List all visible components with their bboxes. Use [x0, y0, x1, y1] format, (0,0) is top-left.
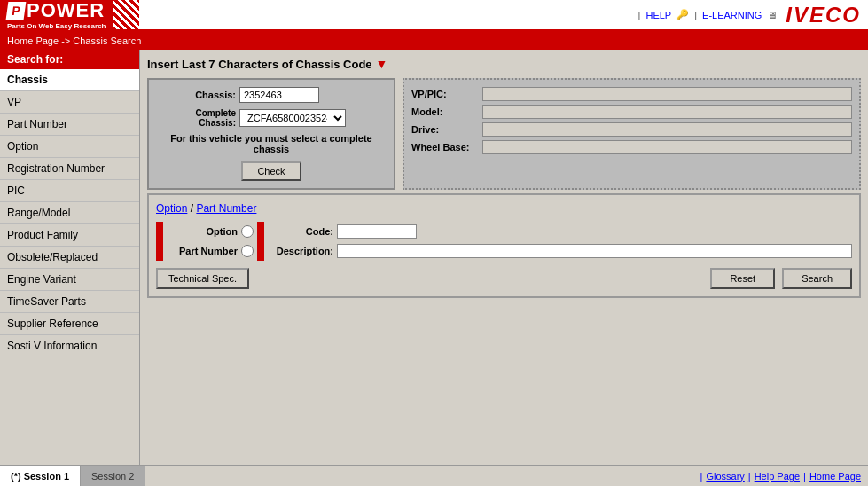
sidebar-item-vp[interactable]: VP [0, 91, 139, 114]
chassis-input[interactable] [239, 87, 319, 103]
help-link[interactable]: HELP [645, 10, 671, 20]
code-input[interactable] [337, 224, 417, 239]
sidebar-title: Search for: [0, 50, 139, 69]
part-number-radio[interactable] [241, 245, 254, 257]
sidebar-item-sosti[interactable]: Sosti V Information [0, 335, 139, 357]
pipe-left: | [700, 471, 703, 482]
buttons-row: Technical Spec. Reset Search [156, 268, 852, 289]
reset-button[interactable]: Reset [710, 268, 775, 289]
check-button-row: Check [156, 158, 387, 181]
home-page-link[interactable]: Home Page [809, 471, 861, 482]
right-buttons: Reset Search [710, 268, 852, 289]
code-row: Code: [271, 224, 852, 239]
logo-tagline: Parts On Web Easy Research [7, 22, 106, 30]
chassis-label: Chassis: [156, 90, 236, 100]
status-links: | Glossary | Help Page | Home Page [700, 471, 868, 482]
model-value [482, 105, 852, 119]
logo-area: P POWER Parts On Web Easy Research [0, 0, 139, 29]
header: P POWER Parts On Web Easy Research | HEL… [0, 0, 868, 32]
model-label: Model: [411, 106, 482, 117]
option-radio-row: Option [167, 225, 254, 238]
sidebar-item-option[interactable]: Option [0, 136, 139, 158]
description-label: Description: [271, 246, 333, 256]
part-number-radio-row: Part Number [167, 245, 254, 257]
wheel-base-row: Wheel Base: [411, 140, 852, 154]
wheel-base-label: Wheel Base: [411, 142, 482, 153]
top-panel: Chassis: CompleteChassis: ZCFA6580002352… [147, 78, 861, 190]
breadcrumb: Home Page -> Chassis Search [0, 32, 868, 50]
option-part-panel: Option Part Number Code: [156, 222, 852, 261]
elearning-link[interactable]: E-LEARNING [702, 10, 762, 20]
part-number-link[interactable]: Part Number [196, 202, 256, 215]
part-number-radio-label: Part Number [167, 246, 238, 256]
session-tabs: (*) Session 1 Session 2 [0, 466, 145, 486]
pipe-sep: | [638, 10, 641, 20]
help-page-link[interactable]: Help Page [755, 471, 800, 482]
sidebar: Search for: Chassis VP Part Number Optio… [0, 50, 140, 465]
sidebar-item-registration[interactable]: Registration Number [0, 158, 139, 180]
logo-text: POWER [27, 0, 105, 22]
content-title: Insert Last 7 Characters of Chassis Code… [147, 57, 861, 71]
sidebar-item-range-model[interactable]: Range/Model [0, 202, 139, 224]
drive-value [482, 122, 852, 137]
option-radio-col: Option Part Number [167, 222, 254, 261]
option-section: Option / Part Number Option Part Numbe [147, 193, 861, 298]
complete-chassis-row: CompleteChassis: ZCFA6580002352463 [156, 108, 387, 128]
sidebar-item-supplier[interactable]: Supplier Reference [0, 313, 139, 335]
right-red-bracket [257, 222, 264, 261]
content-area: Insert Last 7 Characters of Chassis Code… [140, 50, 868, 465]
warning-text: For this vehicle you must select a compl… [156, 133, 387, 154]
drive-row: Drive: [411, 122, 852, 137]
elearning-icon: 🖥 [767, 10, 777, 20]
breadcrumb-text: Home Page -> Chassis Search [7, 35, 141, 46]
sidebar-item-pic[interactable]: PIC [0, 180, 139, 202]
right-info: VP/PIC: Model: Drive: Wheel Base: [403, 78, 861, 190]
left-form: Chassis: CompleteChassis: ZCFA6580002352… [147, 78, 395, 190]
iveco-logo: IVECO [786, 3, 861, 27]
main: Search for: Chassis VP Part Number Optio… [0, 50, 868, 465]
header-right: | HELP 🔑 | E-LEARNING 🖥 IVECO [638, 3, 868, 27]
content-title-text: Insert Last 7 Characters of Chassis Code [147, 58, 372, 71]
check-button[interactable]: Check [241, 161, 301, 181]
key-icon: 🔑 [676, 9, 689, 20]
option-radio[interactable] [241, 225, 254, 238]
wheel-base-value [482, 140, 852, 154]
tech-spec-button[interactable]: Technical Spec. [156, 268, 249, 289]
statusbar: (*) Session 1 Session 2 | Glossary | Hel… [0, 465, 868, 486]
search-button[interactable]: Search [782, 268, 852, 289]
logo-power: P POWER Parts On Web Easy Research [0, 0, 113, 29]
sidebar-item-chassis[interactable]: Chassis [0, 69, 139, 91]
sidebar-item-product-family[interactable]: Product Family [0, 224, 139, 247]
session1-tab[interactable]: (*) Session 1 [0, 466, 81, 486]
complete-chassis-label: CompleteChassis: [156, 108, 236, 128]
pipe-sep2: | [694, 10, 697, 20]
vp-pic-row: VP/PIC: [411, 87, 852, 101]
glossary-link[interactable]: Glossary [706, 471, 744, 482]
model-row: Model: [411, 105, 852, 119]
sidebar-item-obsolete[interactable]: Obsolete/Replaced [0, 247, 139, 269]
right-code-col: Code: Description: [271, 222, 852, 261]
description-input[interactable] [337, 244, 852, 258]
complete-chassis-select[interactable]: ZCFA6580002352463 [239, 109, 346, 127]
drive-label: Drive: [411, 124, 482, 135]
arrow-icon: ▼ [376, 57, 388, 71]
sidebar-item-timesaver[interactable]: TimeSaver Parts [0, 291, 139, 313]
option-link[interactable]: Option [156, 202, 187, 215]
logo-stripe [113, 0, 139, 29]
sep2: | [803, 471, 806, 482]
description-row: Description: [271, 244, 852, 258]
sidebar-item-engine-variant[interactable]: Engine Variant [0, 269, 139, 291]
section-header: Option / Part Number [156, 202, 852, 215]
session2-tab[interactable]: Session 2 [81, 466, 145, 486]
header-links: | HELP 🔑 | E-LEARNING 🖥 [638, 9, 778, 20]
vp-pic-value [482, 87, 852, 101]
chassis-row: Chassis: [156, 87, 387, 103]
option-radio-label: Option [167, 226, 238, 237]
sidebar-item-part-number[interactable]: Part Number [0, 114, 139, 136]
code-label: Code: [271, 226, 333, 237]
left-option-col: Option Part Number [156, 222, 264, 261]
sep1: | [748, 471, 751, 482]
vp-pic-label: VP/PIC: [411, 89, 482, 99]
left-red-bracket [156, 222, 163, 261]
